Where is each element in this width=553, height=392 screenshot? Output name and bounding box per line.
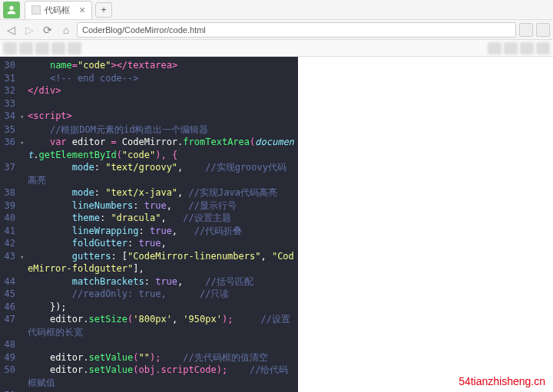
code-line[interactable]: 36▾ var editor = CodeMirror.fromTextArea… xyxy=(0,136,298,161)
line-number: 48 xyxy=(0,338,20,351)
fold-marker-icon xyxy=(20,124,28,137)
code-content[interactable] xyxy=(28,338,298,351)
code-content[interactable]: editor.setValue(obj.scriptCode); //给代码框赋… xyxy=(28,364,298,389)
code-content[interactable]: name="code"></textarea> xyxy=(28,59,298,72)
page-icon xyxy=(31,5,41,15)
code-content[interactable]: editor.setValue(""); //先代码框的值清空 xyxy=(28,351,298,364)
code-content[interactable]: editor.setSize('800px', '950px'); //设置代码… xyxy=(28,313,298,338)
line-number: 39 xyxy=(0,199,20,212)
code-line[interactable]: 33 xyxy=(0,97,298,110)
code-line[interactable]: 43▾ gutters: ["CodeMirror-linenumbers", … xyxy=(0,250,298,275)
line-number: 36 xyxy=(0,136,20,161)
forward-button[interactable]: ▷ xyxy=(22,22,37,38)
tab-title: 代码框 xyxy=(45,5,70,16)
extension-button[interactable] xyxy=(519,23,533,37)
code-content[interactable]: //readOnly: true, //只读 xyxy=(28,288,298,301)
code-line[interactable]: 45 //readOnly: true, //只读 xyxy=(0,288,298,301)
line-number: 47 xyxy=(0,313,20,338)
code-line[interactable]: 47 editor.setSize('800px', '950px'); //设… xyxy=(0,313,298,338)
address-bar: ◁ ▷ ⟳ ⌂ CoderBlog/CodeMirror/code.html xyxy=(0,20,553,40)
reload-button[interactable]: ⟳ xyxy=(40,22,55,38)
code-content[interactable] xyxy=(28,389,298,392)
fold-marker-icon[interactable]: ▾ xyxy=(20,250,28,275)
line-number: 34 xyxy=(0,110,20,124)
line-number: 50 xyxy=(0,364,20,389)
browser-tab[interactable]: 代码框 × xyxy=(25,1,92,19)
line-number: 35 xyxy=(0,124,20,137)
fold-marker-icon xyxy=(20,161,28,186)
line-number: 41 xyxy=(0,225,20,238)
svg-point-0 xyxy=(9,5,13,9)
close-icon[interactable]: × xyxy=(79,4,85,16)
new-tab-button[interactable]: + xyxy=(95,2,112,18)
code-editor[interactable]: 30 name="code"></textarea>31 <!-- end co… xyxy=(0,57,298,392)
code-line[interactable]: 50 editor.setValue(obj.scriptCode); //给代… xyxy=(0,364,298,389)
bookmark-item[interactable] xyxy=(51,42,65,54)
code-line[interactable]: 46 }); xyxy=(0,301,298,314)
line-number: 51 xyxy=(0,389,20,392)
code-line[interactable]: 31 <!-- end code--> xyxy=(0,72,298,85)
code-line[interactable]: 39 lineNumbers: true, //显示行号 xyxy=(0,199,298,212)
code-line[interactable]: 37 mode: "text/groovy", //实现groovy代码高亮 xyxy=(0,161,298,186)
code-line[interactable]: 30 name="code"></textarea> xyxy=(0,59,298,72)
code-line[interactable]: 44 matchBrackets: true, //括号匹配 xyxy=(0,275,298,288)
code-content[interactable]: mode: "text/groovy", //实现groovy代码高亮 xyxy=(28,161,298,186)
bookmark-item[interactable] xyxy=(536,42,550,54)
bookmark-item[interactable] xyxy=(19,42,33,54)
code-line[interactable]: 41 lineWrapping: true, //代码折叠 xyxy=(0,225,298,238)
code-line[interactable]: 49 editor.setValue(""); //先代码框的值清空 xyxy=(0,351,298,364)
profile-avatar-icon[interactable] xyxy=(3,2,20,18)
fold-marker-icon[interactable]: ▾ xyxy=(20,110,28,124)
url-path: CoderBlog/CodeMirror/code.html xyxy=(82,25,206,35)
code-content[interactable]: gutters: ["CodeMirror-linenumbers", "Cod… xyxy=(28,250,298,275)
code-line[interactable]: 40 theme: "dracula", //设置主题 xyxy=(0,212,298,225)
fold-marker-icon xyxy=(20,301,28,314)
code-content[interactable]: }); xyxy=(28,301,298,314)
fold-marker-icon xyxy=(20,351,28,364)
code-content[interactable]: foldGutter: true, xyxy=(28,237,298,250)
code-content[interactable]: <script> xyxy=(28,110,298,124)
code-line[interactable]: 35 //根据DOM元素的id构造出一个编辑器 xyxy=(0,124,298,137)
code-line[interactable]: 32</div> xyxy=(0,84,298,97)
fold-marker-icon xyxy=(20,338,28,351)
code-content[interactable]: theme: "dracula", //设置主题 xyxy=(28,212,298,225)
home-button[interactable]: ⌂ xyxy=(58,22,74,38)
fold-marker-icon xyxy=(20,288,28,301)
code-content[interactable]: var editor = CodeMirror.fromTextArea(doc… xyxy=(28,136,298,161)
line-number: 44 xyxy=(0,275,20,288)
code-line[interactable]: 42 foldGutter: true, xyxy=(0,237,298,250)
code-line[interactable]: 48 xyxy=(0,338,298,351)
url-input[interactable]: CoderBlog/CodeMirror/code.html xyxy=(77,22,516,38)
line-number: 38 xyxy=(0,186,20,199)
bookmark-item[interactable] xyxy=(35,42,49,54)
bookmark-toolbar xyxy=(0,40,553,57)
code-content[interactable]: <!-- end code--> xyxy=(28,72,298,85)
fold-marker-icon xyxy=(20,97,28,110)
code-content[interactable]: lineWrapping: true, //代码折叠 xyxy=(28,225,298,238)
fold-marker-icon xyxy=(20,364,28,389)
back-button[interactable]: ◁ xyxy=(3,22,18,38)
line-number: 42 xyxy=(0,237,20,250)
fold-marker-icon xyxy=(20,59,28,72)
code-content[interactable]: lineNumbers: true, //显示行号 xyxy=(28,199,298,212)
line-number: 33 xyxy=(0,97,20,110)
bookmark-item[interactable] xyxy=(520,42,534,54)
code-line[interactable]: 38 mode: "text/x-java", //实现Java代码高亮 xyxy=(0,186,298,199)
code-content[interactable]: mode: "text/x-java", //实现Java代码高亮 xyxy=(28,186,298,199)
code-line[interactable]: 51 xyxy=(0,389,298,392)
menu-button[interactable] xyxy=(536,23,550,37)
bookmark-item[interactable] xyxy=(68,42,81,54)
fold-marker-icon xyxy=(20,389,28,392)
code-content[interactable]: </div> xyxy=(28,84,298,97)
bookmark-item[interactable] xyxy=(504,42,518,54)
code-line[interactable]: 34▾<script> xyxy=(0,110,298,124)
code-content[interactable] xyxy=(28,97,298,110)
bookmark-item[interactable] xyxy=(488,42,502,54)
fold-marker-icon xyxy=(20,275,28,288)
fold-marker-icon xyxy=(20,313,28,338)
fold-marker-icon[interactable]: ▾ xyxy=(20,136,28,161)
bookmark-item[interactable] xyxy=(3,42,17,54)
code-content[interactable]: matchBrackets: true, //括号匹配 xyxy=(28,275,298,288)
addrbar-right-controls xyxy=(519,23,550,37)
code-content[interactable]: //根据DOM元素的id构造出一个编辑器 xyxy=(28,124,298,137)
